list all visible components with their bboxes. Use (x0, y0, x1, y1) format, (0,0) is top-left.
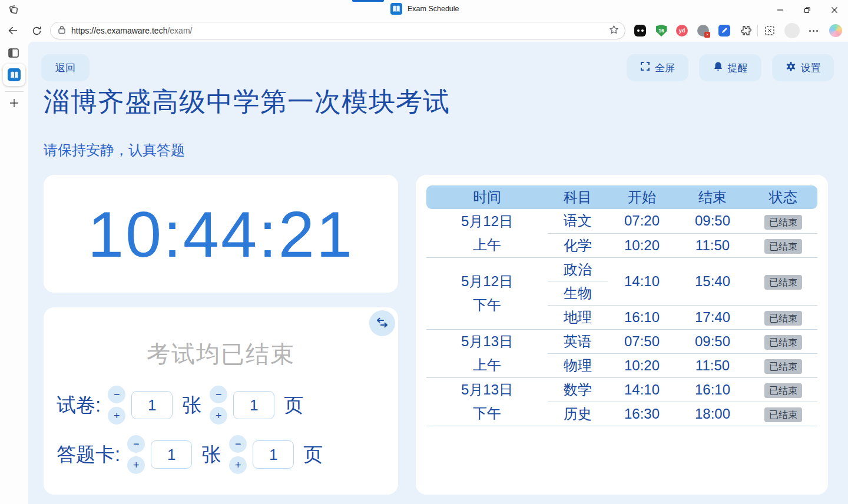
bell-icon (713, 61, 723, 75)
settings-button-label: 设置 (801, 61, 821, 75)
clock-card: 10:44:21 (44, 175, 398, 293)
status-badge: 已结束 (764, 407, 802, 422)
paper-count-minus-button[interactable]: − (108, 386, 125, 403)
lock-icon (58, 25, 66, 37)
copilot-icon[interactable] (827, 22, 844, 39)
status-badge: 已结束 (764, 335, 802, 350)
browser-toolbar: https://es.examaware.tech/exam/ 16 yd × (0, 19, 848, 42)
sidebar-divider (5, 91, 24, 92)
paper-pages-input[interactable] (233, 391, 274, 419)
back-button[interactable]: 返回 (41, 54, 90, 81)
status-badge: 已结束 (764, 359, 802, 374)
answer-sheet-pages-minus-button[interactable]: − (229, 435, 247, 453)
profile-avatar[interactable] (784, 22, 800, 39)
browser-window: Exam Schedule https://es.examaware.tech/… (0, 0, 848, 504)
start-cell: 14:10 (608, 377, 676, 402)
answer-sheet-pages-plus-button[interactable]: + (229, 456, 247, 474)
reminder-button-label: 提醒 (728, 61, 748, 75)
status-badge: 已结束 (764, 383, 802, 398)
subject-cell: 语文 (548, 209, 608, 233)
end-cell: 17:40 (676, 305, 749, 329)
active-vertical-tab[interactable] (3, 64, 25, 86)
date-cell: 5月12日下午 (426, 257, 548, 329)
screenshot-snip-icon[interactable] (761, 22, 778, 39)
end-cell: 15:40 (676, 257, 749, 305)
start-cell: 16:10 (608, 305, 676, 329)
new-tab-icon[interactable] (8, 97, 20, 109)
url-path: /exam/ (167, 26, 192, 35)
header-time: 时间 (426, 185, 548, 209)
start-cell: 14:10 (608, 257, 676, 305)
schedule-header-row: 时间 科目 开始 结束 状态 (426, 185, 817, 209)
dark-extension-icon[interactable] (632, 22, 648, 39)
subject-cell: 物理 (548, 353, 608, 377)
gear-icon (786, 61, 796, 75)
subject-cell: 数学 (548, 377, 608, 402)
status-cell: 已结束 (749, 257, 817, 305)
header-end: 结束 (676, 185, 749, 209)
extensions-area: 16 yd × (632, 19, 844, 42)
close-button[interactable] (821, 0, 848, 19)
tab[interactable]: Exam Schedule (390, 3, 459, 15)
date-cell: 5月13日上午 (426, 329, 548, 377)
tab-title: Exam Schedule (408, 5, 459, 13)
status-cell: 已结束 (749, 233, 817, 257)
exam-schedule-favicon-icon (8, 68, 21, 81)
paper-count-input[interactable] (131, 391, 173, 419)
status-badge: 已结束 (764, 275, 802, 290)
minimize-button[interactable] (767, 0, 794, 19)
answer-sheet-count-minus-button[interactable]: − (127, 435, 145, 453)
url-text: https://es.examaware.tech/exam/ (71, 26, 192, 35)
end-cell: 09:50 (676, 209, 749, 233)
vertical-tabs-sidebar (0, 42, 28, 504)
subject-cell: 化学 (548, 233, 608, 257)
schedule-row: 5月12日上午 语文 07:20 09:50 已结束 (426, 209, 817, 233)
end-cell: 11:50 (676, 233, 749, 257)
youdao-dict-icon[interactable]: yd (674, 22, 690, 39)
restore-button[interactable] (794, 0, 821, 19)
page-subtitle: 请保持安静，认真答题 (44, 141, 185, 160)
paper-label: 试卷: (57, 392, 101, 419)
swap-layout-button[interactable] (369, 310, 395, 336)
schedule-row: 5月13日下午 数学 14:10 16:10 已结束 (426, 377, 817, 402)
tab-actions-icon[interactable] (8, 48, 20, 59)
subject-cell: 政治生物 (548, 257, 608, 305)
url-host: https://es.examaware.tech (71, 26, 167, 35)
status-cell: 已结束 (749, 402, 817, 426)
paper-pages-plus-button[interactable]: + (210, 407, 227, 425)
paper-count-plus-button[interactable]: + (108, 407, 125, 425)
more-menu-icon[interactable] (805, 22, 822, 39)
address-bar[interactable]: https://es.examaware.tech/exam/ (50, 22, 625, 39)
disabled-extension-icon[interactable]: × (695, 22, 711, 39)
paper-panel-card: 考试均已结束 试卷: − + 张 − + 页 (44, 307, 398, 495)
start-cell: 07:50 (608, 329, 676, 353)
answer-sheet-stepper-row: 答题卡: − + 张 − + 页 (57, 435, 398, 474)
paper-pages-minus-button[interactable]: − (210, 386, 227, 403)
workspaces-icon[interactable] (8, 4, 19, 16)
back-nav-icon[interactable] (4, 21, 22, 40)
answer-sheet-count-input[interactable] (151, 440, 192, 469)
fullscreen-button[interactable]: 全屏 (627, 54, 688, 81)
editor-pen-icon[interactable] (716, 22, 733, 39)
back-button-label: 返回 (55, 61, 75, 75)
answer-sheet-pages-input[interactable] (253, 440, 294, 469)
adblock-shield-icon[interactable]: 16 (653, 22, 670, 39)
refresh-icon[interactable] (27, 21, 46, 40)
end-cell: 11:50 (676, 353, 749, 377)
answer-sheet-count-plus-button[interactable]: + (127, 456, 145, 474)
settings-button[interactable]: 设置 (772, 54, 834, 81)
paper-stepper-row: 试卷: − + 张 − + 页 (57, 386, 398, 425)
fullscreen-icon (640, 61, 650, 74)
titlebar: Exam Schedule (0, 0, 848, 19)
start-cell: 10:20 (608, 233, 676, 257)
bookmark-star-icon[interactable] (609, 25, 619, 37)
header-status: 状态 (749, 185, 817, 209)
schedule-card: 时间 科目 开始 结束 状态 5月12日上午 语文 07:20 09:50 已结… (416, 175, 828, 495)
reminder-button[interactable]: 提醒 (699, 54, 761, 81)
start-cell: 10:20 (608, 353, 676, 377)
fullscreen-button-label: 全屏 (655, 61, 675, 75)
swap-arrows-icon (376, 317, 389, 329)
extensions-puzzle-icon[interactable] (737, 22, 754, 39)
subject-cell: 历史 (548, 402, 608, 426)
subject-cell: 地理 (548, 305, 608, 329)
